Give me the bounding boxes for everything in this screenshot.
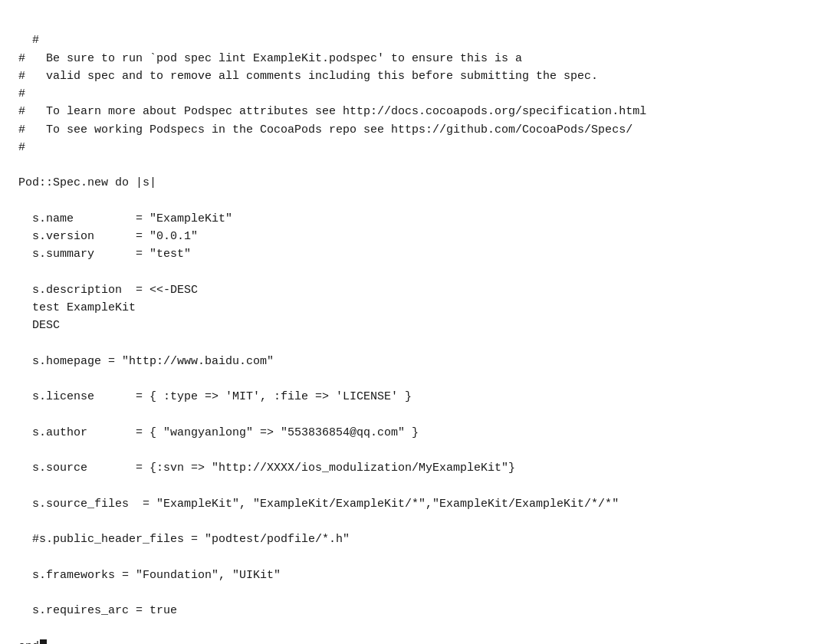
code-line-6: # To see working Podspecs in the CocoaPo… (18, 123, 632, 136)
code-line-14: DESC (18, 319, 60, 332)
code-line-19: s.source_files = "ExampleKit", "ExampleK… (18, 498, 619, 511)
code-line-12: s.description = <<-DESC (18, 284, 198, 297)
code-line-1: # (32, 34, 39, 47)
code-line-2: # Be sure to run `pod spec lint ExampleK… (18, 52, 522, 65)
code-line-5: # To learn more about Podspec attributes… (18, 105, 646, 118)
code-line-11: s.summary = "test" (18, 248, 191, 261)
code-editor: # # Be sure to run `pod spec lint Exampl… (18, 14, 810, 644)
code-line-13: test ExampleKit (18, 301, 136, 314)
code-line-10: s.version = "0.0.1" (18, 230, 198, 243)
code-line-3: # valid spec and to remove all comments … (18, 70, 598, 83)
code-line-17: s.author = { "wangyanlong" => "553836854… (18, 426, 419, 439)
code-line-15: s.homepage = "http://www.baidu.com" (18, 355, 274, 368)
code-line-4: # (18, 87, 25, 100)
text-cursor (40, 639, 47, 644)
code-line-23: end (18, 640, 47, 644)
code-line-21: s.frameworks = "Foundation", "UIKit" (18, 569, 281, 582)
code-line-18: s.source = {:svn => "http://XXXX/ios_mod… (18, 462, 515, 475)
code-line-20: #s.public_header_files = "podtest/podfil… (18, 533, 350, 546)
code-line-9: s.name = "ExampleKit" (18, 212, 232, 225)
code-line-22: s.requires_arc = true (18, 604, 177, 617)
code-line-7: # (18, 141, 25, 154)
code-line-16: s.license = { :type => 'MIT', :file => '… (18, 390, 412, 403)
code-line-8: Pod::Spec.new do |s| (18, 176, 156, 189)
